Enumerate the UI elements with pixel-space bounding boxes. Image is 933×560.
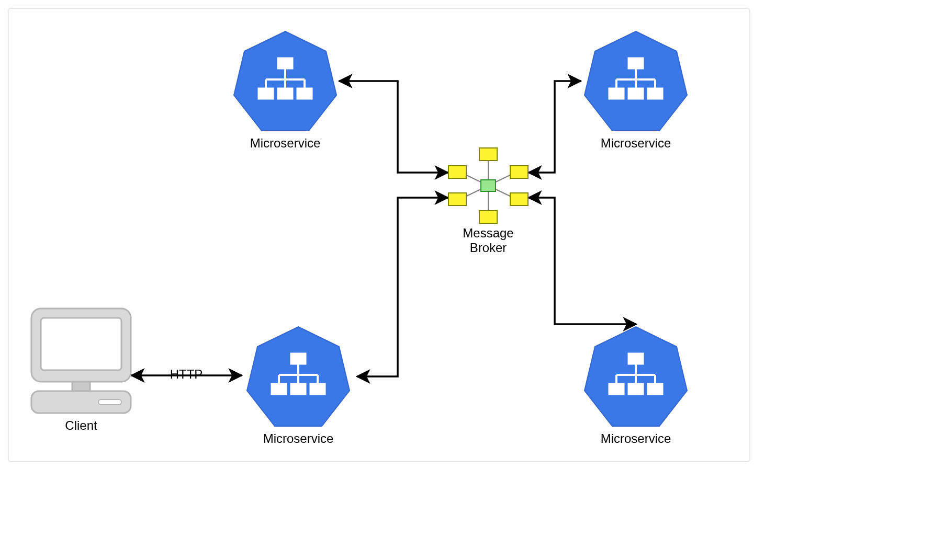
client-label: Client: [50, 418, 113, 433]
http-edge-label: HTTP: [168, 367, 205, 382]
svg-rect-22: [479, 211, 497, 223]
svg-rect-26: [510, 193, 528, 205]
microservice-bottom-right: [584, 327, 687, 426]
ms-bottom-left-label: Microservice: [259, 431, 338, 446]
svg-rect-24: [510, 166, 528, 178]
svg-rect-10: [41, 318, 121, 370]
broker-label: Message Broker: [459, 226, 517, 255]
svg-rect-25: [448, 193, 466, 205]
svg-rect-13: [98, 399, 121, 405]
svg-rect-21: [479, 148, 497, 161]
client-icon: [31, 308, 131, 413]
message-broker-icon: [448, 148, 528, 223]
edge-ms-tr-broker: [529, 81, 581, 173]
svg-rect-11: [72, 382, 90, 391]
microservice-bottom-left: [247, 327, 350, 426]
microservice-top-right: [584, 31, 687, 131]
ms-bottom-right-label: Microservice: [597, 431, 675, 446]
ms-top-right-label: Microservice: [597, 136, 675, 151]
ms-top-left-label: Microservice: [246, 136, 324, 151]
diagram-svg: [0, 0, 933, 560]
svg-rect-20: [481, 180, 496, 191]
microservice-top-left: [234, 31, 336, 131]
edge-ms-br-broker: [529, 198, 636, 324]
svg-rect-23: [448, 166, 466, 178]
edge-ms-bl-broker: [357, 198, 448, 376]
edge-ms-tl-broker: [339, 81, 448, 173]
